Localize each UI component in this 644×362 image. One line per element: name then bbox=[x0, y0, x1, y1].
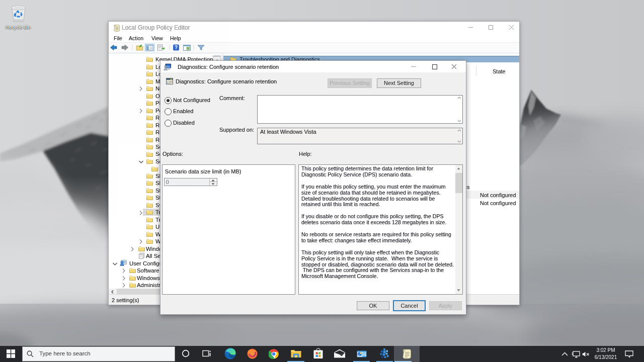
svg-text:?: ? bbox=[175, 45, 178, 50]
